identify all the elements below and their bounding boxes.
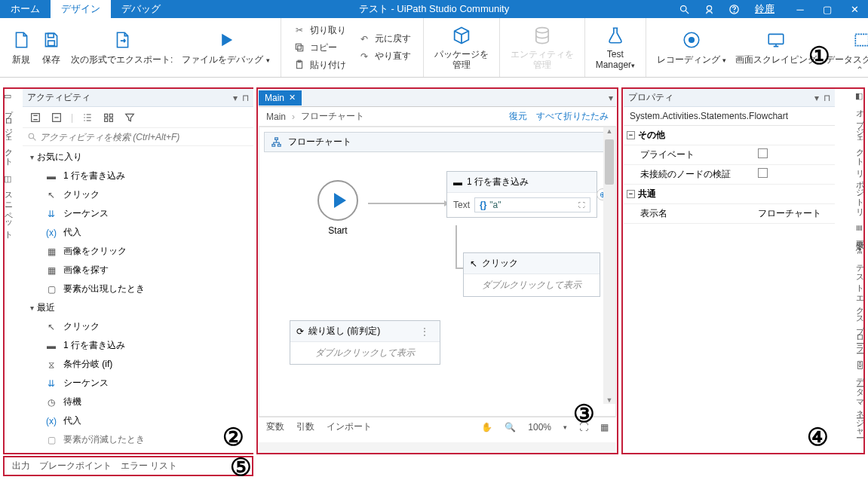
debug-file-button[interactable]: ファイルをデバッグ ▾ — [177, 26, 274, 69]
while-icon: ⟳ — [296, 326, 304, 337]
crumb-flowchart[interactable]: フローチャート — [301, 110, 364, 123]
while-activity[interactable]: ⟳ 繰り返し (前判定) ⋮ ダブルクリックして表示 — [290, 320, 440, 365]
recent-wait[interactable]: ◷待機 — [23, 393, 253, 411]
prop-category-other[interactable]: −その他 — [624, 126, 835, 145]
writeline-expression[interactable]: {} "a" ⛶ — [474, 197, 590, 212]
package-manager-button[interactable]: パッケージを管理 — [430, 22, 493, 74]
private-checkbox[interactable] — [758, 148, 768, 158]
zoom-icon[interactable]: 🔍 — [505, 422, 516, 433]
connector-arrow-1[interactable] — [368, 203, 448, 204]
side-tab-snippets[interactable]: ◫スニペット — [0, 168, 17, 241]
fav-findimage[interactable]: ▦画像を探す — [23, 261, 253, 280]
recent-if[interactable]: ⧖条件分岐 (if) — [23, 355, 253, 374]
entity-manager-button[interactable]: エンティティを管理 — [506, 22, 578, 74]
side-tab-project[interactable]: ▭プロジェクト — [0, 85, 17, 168]
breakpoints-tab[interactable]: ブレークポイント — [39, 460, 112, 472]
horizontal-scrollbar[interactable] — [259, 442, 616, 453]
new-button[interactable]: 新規 — [6, 26, 36, 69]
imports-tab[interactable]: インポート — [327, 420, 372, 433]
save-button[interactable]: 保存 — [36, 26, 66, 69]
designer-tab-main[interactable]: Main ✕ — [259, 90, 302, 105]
side-tab-outline[interactable]: ≣概要 — [851, 219, 868, 240]
feedback-icon[interactable] — [701, 4, 718, 15]
activities-search-input[interactable] — [40, 132, 249, 142]
minimize-button[interactable]: ─ — [787, 0, 814, 18]
expand-designer-icon[interactable]: ▾ — [609, 93, 613, 103]
side-tab-objrepo[interactable]: ◧オブジェクト リポジトリ — [851, 85, 868, 219]
collapse-all-link[interactable]: すべて折りたたみ — [536, 110, 609, 123]
writeline-activity[interactable]: ▬ 1 行を書き込み Text {} "a" ⛶ ⊕ — [446, 171, 597, 218]
fav-writeline[interactable]: ▬1 行を書き込み — [23, 167, 253, 185]
start-node[interactable]: Start — [309, 180, 367, 236]
recent-assign[interactable]: (x)代入 — [23, 411, 253, 430]
test-manager-button[interactable]: TestManager▾ — [591, 22, 639, 74]
app-root: ① ② ③ ④ ⑤ ホーム デザイン デバッグ テスト - UiPath Stu… — [0, 0, 868, 483]
expand-all-icon[interactable] — [29, 111, 42, 124]
variables-tab[interactable]: 変数 — [266, 420, 284, 433]
search-icon[interactable] — [676, 4, 693, 15]
fav-click[interactable]: ↖クリック — [23, 185, 253, 204]
more-menu-icon[interactable]: ⋮ — [416, 326, 434, 337]
undo-button[interactable]: ↶元に戻す — [357, 31, 413, 47]
group-favorites[interactable]: ▾お気に入り — [23, 148, 253, 167]
tab-debug[interactable]: デバッグ — [111, 0, 171, 18]
view-icon-1[interactable] — [81, 111, 94, 124]
svg-rect-18 — [105, 114, 108, 117]
export-button[interactable]: 次の形式でエクスポート: — [66, 26, 177, 69]
zoom-level[interactable]: 100% — [528, 422, 551, 433]
vertical-scrollbar[interactable]: ▲ ▼ — [603, 127, 615, 404]
recent-elemvanish[interactable]: ▢要素が消滅したとき — [23, 430, 253, 449]
flowchart-header[interactable]: フローチャート — [264, 132, 611, 152]
recent-writeline[interactable]: ▬1 行を書き込み — [23, 336, 253, 355]
click-activity[interactable]: ↖ クリック ダブルクリックして表示 — [463, 252, 600, 297]
fav-assign[interactable]: (x)代入 — [23, 223, 253, 242]
fav-sequence[interactable]: ⇊シーケンス — [23, 204, 253, 223]
crumb-main[interactable]: Main — [266, 112, 286, 122]
validate-checkbox[interactable] — [758, 168, 768, 178]
help-icon[interactable] — [725, 4, 743, 15]
displayname-value[interactable]: フローチャート — [752, 204, 835, 223]
writeline-icon: ▬ — [453, 177, 462, 188]
fav-imageclick[interactable]: ▦画像をクリック — [23, 242, 253, 261]
tab-design[interactable]: デザイン — [51, 0, 111, 18]
fav-elementappear[interactable]: ▢要素が出現したとき — [23, 280, 253, 298]
maximize-button[interactable]: ▢ — [814, 0, 841, 18]
group-recent[interactable]: ▾最近 — [23, 298, 253, 317]
panel-pin-icon[interactable]: ⊓ — [824, 93, 830, 103]
filter-icon[interactable] — [123, 111, 136, 124]
user-name[interactable]: 鈴鹿 — [750, 2, 779, 16]
close-tab-icon[interactable]: ✕ — [289, 93, 296, 102]
paste-button[interactable]: 貼り付け — [292, 57, 348, 73]
designer-canvas[interactable]: フローチャート Start ▬ 1 行を書き込み Text {} "a — [259, 127, 616, 417]
copy-button[interactable]: コピー — [292, 40, 348, 56]
expand-expression-icon[interactable]: ⛶ — [578, 201, 585, 209]
errorlist-tab[interactable]: エラー リスト — [121, 460, 177, 472]
pan-icon[interactable]: ✋ — [481, 422, 492, 433]
arguments-tab[interactable]: 引数 — [296, 420, 314, 433]
scroll-down-arrow[interactable]: ▼ — [603, 396, 615, 404]
recording-button[interactable]: レコーディング ▾ — [652, 26, 731, 69]
scrollbar-thumb[interactable] — [605, 139, 614, 185]
collapse-all-icon[interactable] — [50, 111, 63, 124]
prop-category-common[interactable]: −共通 — [624, 185, 835, 204]
cut-button[interactable]: ✂切り取り — [292, 23, 348, 38]
titlebar: ホーム デザイン デバッグ テスト - UiPath Studio Commun… — [0, 0, 868, 18]
tab-home[interactable]: ホーム — [0, 0, 51, 18]
annotation-num-3: ③ — [573, 399, 595, 428]
panel-options-icon[interactable]: ▾ — [814, 93, 819, 103]
recent-click[interactable]: ↖クリック — [23, 317, 253, 336]
recent-sequence[interactable]: ⇊シーケンス — [23, 374, 253, 393]
side-tab-datamgr[interactable]: 🗄データ マネージャー — [851, 355, 868, 439]
close-button[interactable]: ✕ — [841, 0, 868, 18]
redo-button[interactable]: ↷やり直す — [357, 48, 413, 64]
paste-icon — [293, 59, 305, 71]
scroll-up-arrow[interactable]: ▲ — [603, 127, 615, 135]
output-tab[interactable]: 出力 — [12, 460, 30, 472]
overview-icon[interactable]: ▦ — [600, 422, 609, 433]
side-tab-testexplorer[interactable]: ⚗テスト エクスプローラー — [851, 240, 868, 355]
panel-pin-icon[interactable]: ⊓ — [242, 93, 249, 103]
view-icon-2[interactable] — [102, 111, 115, 124]
ribbon-collapse-button[interactable]: ⌃ — [856, 65, 863, 75]
restore-link[interactable]: 復元 — [509, 110, 527, 123]
panel-options-icon[interactable]: ▾ — [233, 93, 238, 103]
